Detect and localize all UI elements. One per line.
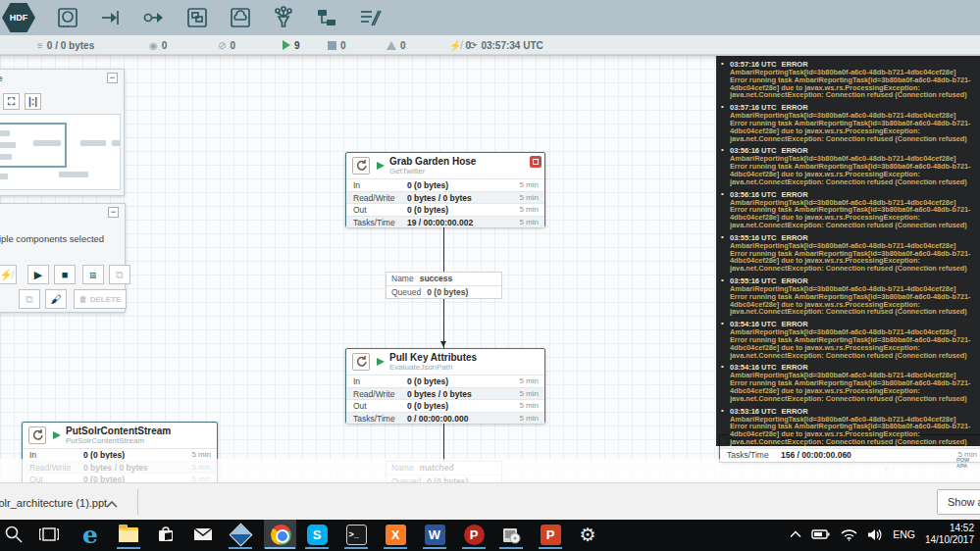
queued-value: 0 / 0 bytes [47,40,94,51]
label-icon[interactable] [355,4,385,31]
task-view-icon[interactable] [32,520,66,549]
windows-store-icon[interactable] [149,520,182,549]
disable-button[interactable]: ⚡̸ [0,265,17,284]
mail-icon[interactable] [186,520,220,549]
taskbar-underline [344,547,368,549]
windows-taskbar: e S >_ X W P P ⚙ [0,520,980,551]
download-caret-icon[interactable] [106,495,118,513]
download-file-chip[interactable]: solr_architecture (1).ppt [0,490,107,515]
error-entry: 03:55:16 UTCERRORAmbariReportingTask[id=… [720,276,976,319]
copy-button[interactable]: ⧉ [19,289,40,309]
start-button[interactable]: ▶ [27,265,49,284]
wifi-icon[interactable] [841,528,857,541]
virtualbox-icon[interactable] [224,520,257,549]
running-indicator-icon [377,358,385,366]
bulletin-indicator[interactable] [530,156,542,168]
file-explorer-icon[interactable] [112,520,145,549]
battery-icon[interactable] [811,527,831,541]
processor-pull-key-attributes[interactable]: Pull Key Attributes EvaluateJsonPath In0… [345,348,545,424]
nifi-desktop-screen: HDF [0,0,980,551]
error-entry: 03:55:16 UTCERRORAmbariReportingTask[id=… [720,232,976,276]
processor-type: GetTwitter [389,167,425,175]
taskbar-underline [462,547,486,549]
tray-expand-icon[interactable] [790,530,801,538]
operate-panel: Operate − Multiple components selected ⚡… [0,203,126,313]
output-port-icon[interactable] [139,4,169,31]
processor-grab-garden-hose[interactable]: Grab Garden Hose GetTwitter In0 (0 bytes… [345,152,545,227]
running-indicator-icon [53,431,61,439]
language-indicator[interactable]: ENG [893,528,915,540]
error-entry: 03:57:16 UTCERRORAmbariReportingTask[id=… [720,59,976,102]
skype-icon[interactable]: S [300,520,334,549]
fit-view-button[interactable]: ⛶ [3,93,20,110]
minimap-viewport[interactable] [0,123,67,168]
clock-time: 14:52 [925,523,974,534]
processor-type: PutSolrContentStream [66,436,144,445]
processor-icon[interactable] [53,4,82,31]
error-entry: 03:56:16 UTCERRORAmbariReportingTask[id=… [720,145,976,188]
input-port-icon[interactable] [96,4,126,31]
connection-label-success[interactable]: Namesuccess Queued0 (0 bytes) [386,272,502,299]
error-entry: 03:53:16 UTCERRORAmbariReportingTask[id=… [720,406,976,447]
speaker-icon[interactable] [867,528,883,541]
funnel-icon[interactable] [269,4,298,31]
remote-process-group-icon[interactable] [226,4,255,31]
not-transmitting-count: ⊘ 0 [218,35,235,55]
processor-name: Grab Garden Hose [389,156,476,167]
selection-message: Multiple components selected [0,233,104,244]
processor-name: Pull Key Attributes [389,352,477,363]
powerpoint-icon[interactable]: P [534,520,567,549]
navigate-collapse-button[interactable]: − [107,73,118,83]
download-filename[interactable]: solr_architecture (1).ppt [0,497,107,509]
stopped-icon [328,41,336,50]
nifi-toolbar: HDF [0,0,980,35]
stop-button[interactable]: ■ [54,265,76,284]
command-prompt-icon[interactable]: >_ [339,520,373,549]
clock-date: 14/10/2017 [925,534,974,546]
minimap[interactable] [0,114,121,190]
installer-icon[interactable] [494,520,528,549]
refresh-icon[interactable]: ⟳ [469,40,477,51]
processor-type-icon [28,426,46,444]
processor-type-icon [352,353,370,371]
actual-size-button[interactable]: |:| [25,93,41,110]
delete-button[interactable]: 🗑 DELETE [74,289,127,309]
download-bar: solr_architecture (1).ppt Show all [0,482,980,520]
trash-icon: 🗑 [79,295,87,304]
fill-color-button[interactable]: 🖌 [45,289,67,309]
show-all-downloads-button[interactable]: Show all [937,489,980,515]
settings-gear-icon[interactable]: ⚙ [571,520,604,549]
group-button[interactable]: ⧈ [82,265,104,284]
bulletin-error-panel[interactable]: 03:57:16 UTCERRORAmbariReportingTask[id=… [716,56,980,446]
process-group-icon[interactable] [182,4,212,31]
chrome-icon[interactable] [264,520,297,549]
stopped-count: 0 [328,35,346,55]
edge-icon[interactable]: e [74,520,107,549]
taskbar-underline [384,547,407,549]
navigate-panel: Navigate − ⛶ |:| [0,69,125,196]
taskbar-underline [305,547,329,549]
error-entry: 03:54:16 UTCERRORAmbariReportingTask[id=… [720,319,976,362]
flow-canvas[interactable]: Navigate − ⛶ |:| Operate [0,55,980,482]
template-icon[interactable] [312,4,341,31]
clock[interactable]: 14:52 14/10/2017 [925,523,974,546]
running-icon [283,40,290,50]
refresh-status[interactable]: ⟳ 03:57:34 UTC [469,35,543,55]
system-tray: ENG 14:52 14/10/2017 [790,520,980,549]
invalid-count: 0 [387,35,406,55]
operate-collapse-button[interactable]: − [108,207,119,218]
search-icon[interactable] [0,520,30,549]
ungroup-button[interactable]: ⧉ [109,265,130,284]
error-entry: 03:54:16 UTCERRORAmbariReportingTask[id=… [720,362,976,405]
viewport-fade [0,459,980,482]
processor-name: PutSolrContentStream [66,426,171,436]
taskbar-underline [539,547,562,549]
word-icon[interactable]: W [418,520,451,549]
psiphon-icon[interactable]: P [457,520,490,549]
download-divider [137,489,138,515]
not-transmitting-icon: ⊘ [218,40,226,51]
error-entry: 03:57:16 UTCERRORAmbariReportingTask[id=… [720,102,976,145]
processor-type-icon [352,157,370,175]
xampp-icon[interactable]: X [379,520,412,549]
running-indicator-icon [377,162,385,170]
